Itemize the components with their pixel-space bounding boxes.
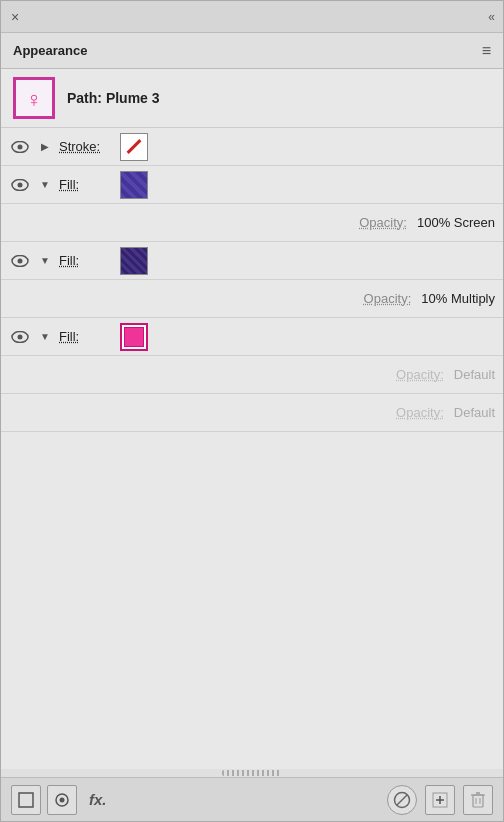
close-icon[interactable]: × [11, 9, 19, 25]
fill3-row: ▼ Fill: [1, 318, 503, 356]
panel-title: Appearance [13, 43, 87, 58]
panel-collapse-icon[interactable]: « [488, 10, 493, 24]
fill3-color-swatch[interactable] [120, 323, 148, 351]
fill2-opacity-value: 10% Multiply [421, 291, 495, 306]
fx-button[interactable]: fx. [83, 787, 113, 812]
fill2-opacity-label[interactable]: Opacity: [364, 291, 412, 306]
fill1-visibility-toggle[interactable] [9, 174, 31, 196]
svg-point-7 [18, 258, 23, 263]
titlebar: × « [1, 1, 503, 33]
fill3-expand-chevron[interactable]: ▼ [37, 329, 53, 345]
bottom-toolbar: fx. [1, 777, 503, 821]
fill3-opacity-row: Opacity: Default [1, 356, 503, 394]
fill2-label[interactable]: Fill: [59, 253, 114, 268]
fill2-color-swatch[interactable] [120, 247, 148, 275]
path-thumbnail-svg: ♀ [15, 79, 53, 117]
fill1-row: ▼ Fill: [1, 166, 503, 204]
fill2-row: ▼ Fill: [1, 242, 503, 280]
fill2-expand-chevron[interactable]: ▼ [37, 253, 53, 269]
clear-appearance-button[interactable] [387, 785, 417, 815]
appearance-rows: ▶ Stroke: ▼ Fill: Opacity: 100% Screen [1, 128, 503, 769]
path-thumbnail: ♀ [13, 77, 55, 119]
stroke-label[interactable]: Stroke: [59, 139, 114, 154]
fill3-label[interactable]: Fill: [59, 329, 114, 344]
svg-rect-10 [19, 793, 33, 807]
svg-point-9 [18, 334, 23, 339]
fill3-opacity-label[interactable]: Opacity: [396, 367, 444, 382]
fill1-opacity-row: Opacity: 100% Screen [1, 204, 503, 242]
toolbar-left: fx. [11, 785, 113, 815]
fill2-visibility-toggle[interactable] [9, 250, 31, 272]
last-opacity-label[interactable]: Opacity: [396, 405, 444, 420]
svg-rect-18 [473, 795, 483, 807]
stroke-visibility-toggle[interactable] [9, 136, 31, 158]
new-layer-square-button[interactable] [11, 785, 41, 815]
fill1-opacity-value: 100% Screen [417, 215, 495, 230]
fill2-opacity-row: Opacity: 10% Multiply [1, 280, 503, 318]
fill1-color-swatch[interactable] [120, 171, 148, 199]
resize-handle[interactable] [222, 770, 282, 776]
last-opacity-value: Default [454, 405, 495, 420]
fill1-opacity-label[interactable]: Opacity: [359, 215, 407, 230]
svg-line-14 [397, 795, 407, 805]
toolbar-right [387, 785, 493, 815]
fill3-visibility-toggle[interactable] [9, 326, 31, 348]
path-label: Path: Plume 3 [67, 90, 160, 106]
panel-header: Appearance ≡ [1, 33, 503, 69]
stroke-row: ▶ Stroke: [1, 128, 503, 166]
svg-point-5 [18, 182, 23, 187]
path-row: ♀ Path: Plume 3 [1, 69, 503, 128]
delete-item-button[interactable] [463, 785, 493, 815]
resize-handle-area [1, 769, 503, 777]
panel-menu-icon[interactable]: ≡ [482, 43, 491, 59]
fill1-label[interactable]: Fill: [59, 177, 114, 192]
appearance-panel: × « Appearance ≡ ♀ Path: Plume 3 ▶ [0, 0, 504, 822]
add-item-button[interactable] [425, 785, 455, 815]
last-opacity-row: Opacity: Default [1, 394, 503, 432]
stroke-expand-chevron[interactable]: ▶ [37, 139, 53, 155]
stroke-color-swatch[interactable] [120, 133, 148, 161]
svg-point-3 [18, 144, 23, 149]
svg-point-12 [60, 797, 65, 802]
fill1-expand-chevron[interactable]: ▼ [37, 177, 53, 193]
new-layer-circle-button[interactable] [47, 785, 77, 815]
fill3-opacity-value: Default [454, 367, 495, 382]
svg-text:♀: ♀ [26, 87, 43, 112]
